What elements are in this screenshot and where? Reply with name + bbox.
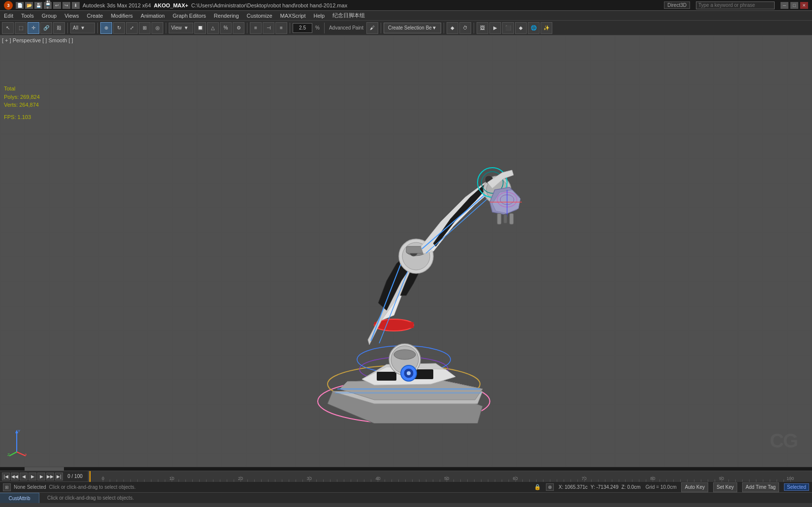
- sep3: [166, 23, 166, 33]
- select-region-btn[interactable]: ⬚: [15, 22, 27, 34]
- prev-key-btn[interactable]: ◀: [20, 473, 28, 480]
- menu-item-maxscript[interactable]: MAXScript: [276, 11, 310, 20]
- select-rotate-btn[interactable]: ↻: [113, 22, 125, 34]
- sep6: [324, 23, 325, 33]
- cust-attrib-tab[interactable]: CustAttrib: [0, 493, 39, 503]
- status-left: ⊞ None Selected Click or click-and-drag …: [3, 483, 530, 491]
- render-active-btn[interactable]: ⬛: [502, 22, 514, 34]
- prev-frame-btn[interactable]: ◀◀: [11, 473, 19, 480]
- tick-line-87: [701, 479, 701, 482]
- tick-line-0: [103, 476, 103, 482]
- render-setup-btn[interactable]: 🖼: [477, 22, 488, 34]
- view-dropdown[interactable]: View ▼: [169, 23, 193, 33]
- filter-dropdown[interactable]: All ▼: [70, 23, 95, 33]
- select-move-btn[interactable]: ✛: [28, 22, 39, 34]
- undo-btn[interactable]: ↩: [53, 2, 61, 9]
- tick-line-13: [192, 479, 193, 482]
- unlink-btn[interactable]: ⛓: [53, 22, 65, 34]
- tick-line-38: [364, 479, 364, 482]
- svg-rect-50: [504, 214, 507, 223]
- tick-line-71: [591, 479, 592, 482]
- select-object-btn[interactable]: ↖: [2, 22, 14, 34]
- time-btn[interactable]: ⏱: [459, 22, 471, 34]
- paint-btn[interactable]: 🖌: [366, 22, 378, 34]
- svg-rect-31: [406, 246, 423, 253]
- tick-line-95: [756, 479, 756, 482]
- select-scale2-btn[interactable]: ⊞: [139, 22, 150, 34]
- add-time-tag-btn[interactable]: Add Time Tag: [742, 482, 779, 492]
- lock-icon: 🔒: [534, 484, 541, 490]
- snap-btn[interactable]: 🔲: [194, 22, 206, 34]
- menu-item-help[interactable]: Help: [310, 11, 329, 20]
- tick-line-75: [619, 479, 619, 482]
- search-input[interactable]: [696, 1, 775, 9]
- minimize-btn[interactable]: ─: [781, 2, 788, 9]
- go-start-btn[interactable]: |◀: [2, 473, 10, 480]
- tick-line-69: [577, 479, 578, 482]
- scrollbar-thumb[interactable]: [25, 467, 64, 471]
- create-selection-btn[interactable]: Create Selection Be ▼: [384, 23, 441, 33]
- menu-item-group[interactable]: Group: [38, 11, 61, 20]
- tick-line-55: [481, 479, 481, 482]
- menu-item-edit[interactable]: Edit: [0, 11, 17, 20]
- redo-btn[interactable]: ↪: [62, 2, 70, 9]
- menu-item-modifiers[interactable]: Modifiers: [107, 11, 137, 20]
- effects-btn[interactable]: ✨: [541, 22, 552, 34]
- save-file-btn[interactable]: 💾: [34, 2, 42, 9]
- menu-item-tools[interactable]: Tools: [17, 11, 38, 20]
- link-btn[interactable]: 🔗: [40, 22, 52, 34]
- render-env-btn[interactable]: 🌐: [528, 22, 540, 34]
- tick-line-39: [371, 479, 371, 482]
- svg-line-36: [426, 192, 495, 253]
- auto-key-btn[interactable]: Auto Key: [681, 482, 708, 492]
- viewport[interactable]: [ + ] Perspective [ ] Smooth [ ] Total P…: [0, 35, 812, 467]
- menu-item-customize[interactable]: Customize: [243, 11, 276, 20]
- percent-snap-btn[interactable]: %: [220, 22, 232, 34]
- tick-line-70: [584, 476, 585, 482]
- tick-line-93: [742, 479, 743, 482]
- percent-label: %: [313, 25, 322, 30]
- hint-area: Click or click-and-drag to select object…: [43, 495, 138, 501]
- tick-line-30: [309, 476, 310, 482]
- new-file-btn[interactable]: 📄: [16, 2, 24, 9]
- timeline-scrollbar[interactable]: [0, 467, 812, 471]
- menu-item-graph-editors[interactable]: Graph Editors: [169, 11, 210, 20]
- timeline-cursor: [90, 471, 90, 482]
- menu-item-notes[interactable]: 纪念日脚本组: [329, 11, 369, 20]
- sep4: [247, 23, 247, 33]
- select-scale-btn[interactable]: ⤢: [126, 22, 138, 34]
- pivot-btn[interactable]: ◎: [151, 22, 163, 34]
- menu-item-animation[interactable]: Animation: [137, 11, 169, 20]
- maximize-btn[interactable]: □: [790, 2, 798, 9]
- material-editor-btn[interactable]: ◆: [515, 22, 527, 34]
- timeline-area: |◀ ◀◀ ◀ ▶ ▶ ▶▶ ▶| 0 / 100 01020304050607…: [0, 471, 812, 481]
- menu-item-views[interactable]: Views: [60, 11, 83, 20]
- render-btn[interactable]: ▶: [489, 22, 501, 34]
- tick-line-88: [708, 479, 708, 482]
- next-frame-btn[interactable]: ▶▶: [46, 473, 54, 480]
- history-btn[interactable]: ⬇: [72, 2, 80, 9]
- mirror-btn[interactable]: ⊣: [263, 22, 274, 34]
- angle-snap-btn[interactable]: △: [207, 22, 219, 34]
- percent-input[interactable]: [293, 23, 312, 33]
- save-as-btn[interactable]: 💾+: [44, 2, 52, 9]
- menu-item-rendering[interactable]: Rendering: [210, 11, 243, 20]
- menu-item-create[interactable]: Create: [83, 11, 107, 20]
- go-end-btn[interactable]: ▶|: [55, 473, 63, 480]
- sep5: [290, 23, 290, 33]
- tick-line-27: [289, 479, 289, 482]
- close-btn[interactable]: ✕: [800, 2, 808, 9]
- tick-line-61: [522, 479, 523, 482]
- key-frame-btn[interactable]: ◆: [447, 22, 458, 34]
- set-key-btn[interactable]: Set Key: [713, 482, 737, 492]
- next-key-btn[interactable]: ▶: [37, 473, 45, 480]
- play-btn[interactable]: ▶: [29, 473, 36, 480]
- tick-line-7: [151, 479, 151, 482]
- align-btn[interactable]: ≡: [275, 22, 287, 34]
- open-file-btn[interactable]: 📂: [25, 2, 33, 9]
- spinner-snap-btn[interactable]: ⚙: [233, 22, 244, 34]
- timeline-track[interactable]: 0102030405060708090100: [88, 471, 812, 482]
- edit-named-sel-btn[interactable]: ≡: [250, 22, 262, 34]
- select-move-btn2[interactable]: ⊕: [100, 22, 112, 34]
- svg-rect-11: [377, 372, 396, 381]
